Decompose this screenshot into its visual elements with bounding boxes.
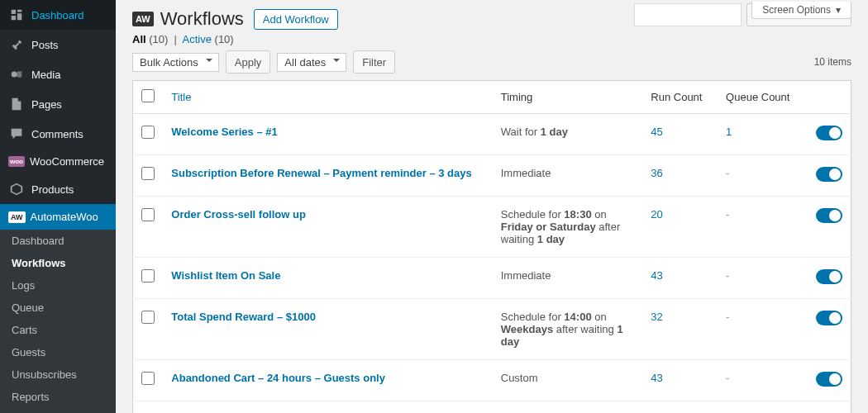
timing-cell: Immediate bbox=[493, 155, 643, 197]
queue-empty: - bbox=[726, 311, 729, 323]
workflow-title-link[interactable]: Total Spend Reward – $1000 bbox=[171, 311, 316, 323]
menu-pages[interactable]: Pages bbox=[0, 89, 116, 119]
queue-count-link[interactable]: 1 bbox=[726, 126, 732, 138]
row-checkbox[interactable] bbox=[141, 269, 155, 282]
add-workflow-button[interactable]: Add Workflow bbox=[254, 9, 338, 30]
select-all-checkbox[interactable] bbox=[141, 89, 155, 102]
pin-icon bbox=[8, 36, 25, 53]
table-row: Order Cross-sell follow upSchedule for 1… bbox=[133, 197, 851, 258]
submenu-reports[interactable]: Reports bbox=[0, 386, 116, 408]
media-icon bbox=[8, 66, 25, 83]
aw-logo-icon: AW bbox=[132, 12, 154, 26]
table-row: Subscription Before Renewal – Payment re… bbox=[133, 155, 851, 197]
run-count-link[interactable]: 32 bbox=[651, 311, 662, 323]
row-checkbox[interactable] bbox=[141, 126, 155, 139]
status-toggle[interactable] bbox=[816, 167, 842, 182]
timing-cell: Schedule for 14:00 on Weekdays after wai… bbox=[493, 299, 643, 360]
run-count-link[interactable]: 20 bbox=[651, 208, 662, 221]
run-count-link[interactable]: 36 bbox=[651, 167, 662, 179]
workflow-title-link[interactable]: Order Cross-sell follow up bbox=[171, 208, 306, 221]
page-title: Workflows bbox=[160, 8, 244, 30]
submenu: Dashboard Workflows Logs Queue Carts Gue… bbox=[0, 230, 116, 413]
row-checkbox[interactable] bbox=[141, 208, 155, 221]
svg-point-0 bbox=[12, 71, 17, 77]
menu-comments[interactable]: Comments bbox=[0, 119, 116, 149]
table-row: Abandoned Cart – 24 hours – Guests onlyC… bbox=[133, 360, 851, 401]
status-filter: All (10) | Active (10) bbox=[132, 33, 851, 45]
queue-empty: - bbox=[726, 167, 729, 179]
menu-label: Dashboard bbox=[31, 9, 84, 21]
submenu-dashboard[interactable]: Dashboard bbox=[0, 230, 116, 252]
dashboard-icon bbox=[8, 7, 25, 23]
chevron-down-icon: ▾ bbox=[836, 4, 841, 16]
menu-label: WooCommerce bbox=[30, 155, 104, 168]
dates-select[interactable]: All dates bbox=[277, 53, 346, 72]
row-checkbox[interactable] bbox=[141, 372, 155, 385]
menu-dashboard[interactable]: Dashboard bbox=[0, 0, 116, 30]
comments-icon bbox=[8, 126, 25, 142]
timing-cell: Custom bbox=[493, 360, 643, 401]
run-count-link[interactable]: 43 bbox=[651, 372, 662, 384]
table-row: Total Spend Reward – $1000Schedule for 1… bbox=[133, 299, 851, 360]
submenu-guests[interactable]: Guests bbox=[0, 341, 116, 363]
timing-cell: Wait for 1 day bbox=[493, 114, 643, 155]
workflow-title-link[interactable]: Wishlist Item On Sale bbox=[171, 269, 280, 282]
menu-label: AutomateWoo bbox=[31, 211, 98, 223]
items-count: 10 items bbox=[814, 56, 851, 68]
menu-label: Products bbox=[31, 183, 74, 196]
status-toggle[interactable] bbox=[816, 208, 842, 223]
submenu-workflows[interactable]: Workflows bbox=[0, 252, 116, 274]
workflow-title-link[interactable]: Welcome Series – #1 bbox=[171, 126, 277, 138]
column-run-count: Run Count bbox=[642, 81, 718, 114]
queue-empty: - bbox=[726, 269, 729, 282]
menu-woocommerce[interactable]: woo WooCommerce bbox=[0, 149, 116, 174]
menu-products[interactable]: Products bbox=[0, 174, 116, 204]
status-toggle[interactable] bbox=[816, 126, 842, 140]
tablenav: Bulk Actions Apply All dates Filter 10 i… bbox=[132, 50, 851, 74]
status-toggle[interactable] bbox=[816, 269, 842, 284]
products-icon bbox=[8, 181, 25, 197]
table-row: Wishlist Item On SaleImmediate43- bbox=[133, 258, 851, 299]
filter-active[interactable]: Active bbox=[183, 33, 212, 45]
menu-label: Comments bbox=[31, 128, 83, 140]
run-count-link[interactable]: 43 bbox=[651, 269, 662, 282]
apply-button[interactable]: Apply bbox=[226, 50, 271, 74]
menu-label: Pages bbox=[31, 98, 62, 111]
queue-empty: - bbox=[726, 372, 729, 384]
status-toggle[interactable] bbox=[816, 311, 842, 325]
column-timing: Timing bbox=[493, 81, 643, 114]
menu-posts[interactable]: Posts bbox=[0, 30, 116, 59]
bulk-actions-select[interactable]: Bulk Actions bbox=[132, 53, 219, 72]
column-queue-count: Queue Count bbox=[718, 81, 801, 114]
row-checkbox[interactable] bbox=[141, 167, 155, 180]
workflows-table: Title Timing Run Count Queue Count Welco… bbox=[132, 80, 851, 413]
workflow-title-link[interactable]: Abandoned Cart – 24 hours – Guests only bbox=[171, 372, 385, 384]
workflow-title-link[interactable]: Subscription Before Renewal – Payment re… bbox=[171, 167, 471, 179]
admin-sidebar: Dashboard Posts Media Pages Comments woo… bbox=[0, 0, 116, 413]
menu-automatewoo[interactable]: AW AutomateWoo bbox=[0, 204, 116, 230]
automatewoo-icon: AW bbox=[8, 211, 26, 223]
search-input[interactable] bbox=[634, 3, 742, 26]
submenu-logs[interactable]: Logs bbox=[0, 274, 116, 297]
woo-icon: woo bbox=[8, 156, 25, 167]
menu-label: Posts bbox=[31, 39, 59, 51]
run-count-link[interactable]: 45 bbox=[651, 126, 662, 138]
row-checkbox[interactable] bbox=[141, 311, 155, 324]
main-content: Screen Options ▾ AW Workflows Add Workfl… bbox=[116, 0, 868, 413]
menu-media[interactable]: Media bbox=[0, 59, 116, 89]
status-toggle[interactable] bbox=[816, 372, 842, 387]
timing-cell: Schedule for 18:30 on Friday or Saturday… bbox=[493, 197, 643, 258]
menu-label: Media bbox=[31, 69, 60, 81]
submenu-carts[interactable]: Carts bbox=[0, 319, 116, 341]
column-title[interactable]: Title bbox=[171, 91, 191, 103]
table-row: Welcome Series – #1Wait for 1 day451 bbox=[133, 114, 851, 155]
screen-options-button[interactable]: Screen Options ▾ bbox=[751, 2, 851, 19]
submenu-tools[interactable]: Tools bbox=[0, 408, 116, 413]
timing-cell: Immediate bbox=[493, 258, 643, 299]
filter-button[interactable]: Filter bbox=[353, 50, 395, 74]
submenu-unsubscribes[interactable]: Unsubscribes bbox=[0, 363, 116, 386]
submenu-queue[interactable]: Queue bbox=[0, 297, 116, 319]
timing-cell: Custom bbox=[493, 401, 643, 414]
filter-all[interactable]: All bbox=[132, 33, 146, 45]
pages-icon bbox=[8, 96, 25, 112]
